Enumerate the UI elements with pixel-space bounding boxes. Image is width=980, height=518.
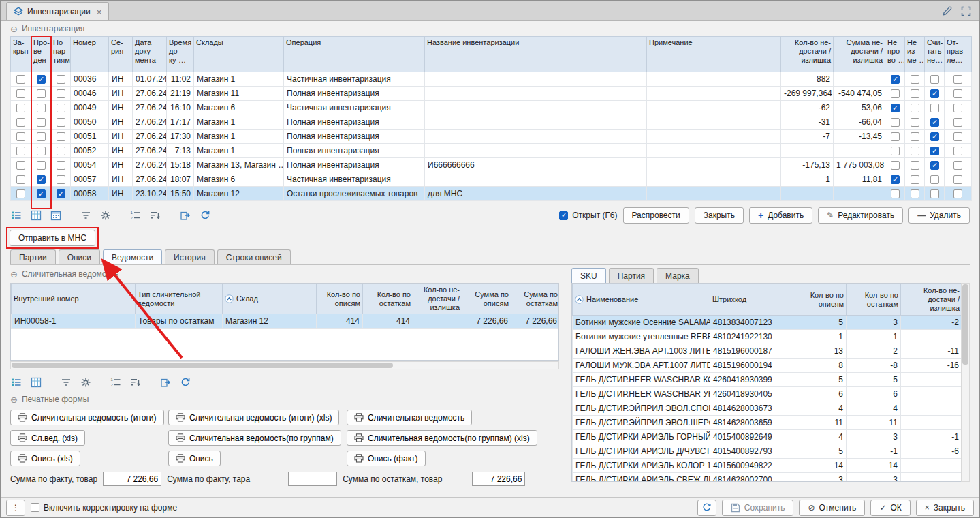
fact-goods-input[interactable] bbox=[103, 472, 161, 486]
list-view-icon[interactable] bbox=[10, 209, 22, 222]
checkbox[interactable] bbox=[930, 175, 939, 184]
sku-row[interactable]: ГЕЛЬ Д/СТИРКИ АРИЭЛЬ ГОРНЫЙ Р…4015400892… bbox=[573, 430, 962, 444]
section-header-print-forms[interactable]: ⊖ Печатные формы bbox=[10, 392, 89, 407]
print-form-button[interactable]: Опись (xls) bbox=[10, 451, 80, 466]
column-header[interactable]: Счи- тать не… bbox=[925, 37, 945, 72]
checkbox[interactable] bbox=[953, 118, 962, 127]
detail-tab-2[interactable]: Ведомости bbox=[103, 249, 162, 264]
sku-row[interactable]: ГЕЛЬ Д/СТИРКИ АРИЭЛЬ СВЕЖ.ЛЕН…4814628002… bbox=[573, 473, 962, 483]
checkbox[interactable] bbox=[911, 118, 919, 127]
sku-row[interactable]: ГЕЛЬ Д/СТИР.ЭЙПРИЛ ЭВОЛ.ШЕРСТ…4814628003… bbox=[573, 416, 962, 430]
column-header[interactable]: Примечание bbox=[647, 37, 781, 72]
checkbox[interactable] bbox=[57, 75, 65, 84]
checkbox[interactable] bbox=[911, 161, 919, 170]
inventory-row[interactable]: 00057ИН27.06.2418:07Магазин 6Частичная и… bbox=[11, 172, 972, 187]
checkbox[interactable] bbox=[37, 175, 46, 184]
inventory-row[interactable]: 00052ИН27.06.247:13Магазин 1Полная инвен… bbox=[11, 144, 972, 158]
sort-icon[interactable] bbox=[129, 376, 142, 388]
column-header[interactable]: Сумма не- достачи / излишка bbox=[834, 37, 885, 72]
sku-tab-1[interactable]: Партия bbox=[609, 268, 654, 283]
checkbox[interactable] bbox=[16, 89, 25, 98]
open-f6-checkbox[interactable]: Открыт (F6) bbox=[559, 211, 617, 220]
close-document-button[interactable]: Закрыть bbox=[695, 207, 744, 224]
checkbox[interactable] bbox=[16, 132, 25, 141]
checkbox[interactable] bbox=[930, 147, 939, 155]
calendar-view-icon[interactable] bbox=[50, 209, 62, 222]
checkbox[interactable] bbox=[891, 175, 900, 184]
print-form-button[interactable]: Сличительная ведомость bbox=[347, 410, 472, 425]
checkbox[interactable] bbox=[57, 189, 65, 198]
horizontal-scrollbar[interactable] bbox=[10, 361, 559, 369]
refresh-button[interactable] bbox=[697, 500, 716, 516]
checkbox[interactable] bbox=[37, 147, 46, 155]
column-header[interactable]: Название инвентаризации bbox=[425, 37, 647, 72]
sku-tab-2[interactable]: Марка bbox=[657, 268, 699, 283]
checkbox[interactable] bbox=[891, 75, 900, 84]
checkbox[interactable] bbox=[37, 161, 46, 170]
detail-tab-1[interactable]: Описи bbox=[59, 249, 100, 264]
column-header[interactable]: Номер bbox=[71, 37, 109, 72]
refresh-icon[interactable] bbox=[199, 209, 211, 222]
cancel-button[interactable]: ⊘Отменить bbox=[799, 500, 865, 516]
checkbox[interactable] bbox=[911, 175, 919, 184]
section-header-inventory[interactable]: ⊖ Инвентаризация bbox=[10, 21, 970, 36]
send-to-mns-button[interactable]: Отправить в МНС bbox=[10, 230, 95, 246]
checkbox[interactable] bbox=[930, 89, 939, 98]
checkbox[interactable] bbox=[37, 104, 46, 112]
checkbox[interactable] bbox=[891, 189, 900, 198]
column-header[interactable]: Не про- во-… bbox=[885, 37, 905, 72]
column-header[interactable]: Сумма по описям bbox=[462, 284, 511, 314]
sku-row[interactable]: ГЕЛЬ Д/СТИРКИ АРИЭЛЬ Д/ЧУВСТВ…4015400892… bbox=[573, 444, 962, 459]
checkbox[interactable] bbox=[16, 75, 25, 84]
checkbox[interactable] bbox=[37, 118, 46, 127]
detail-tab-0[interactable]: Партии bbox=[10, 249, 56, 264]
checkbox[interactable] bbox=[16, 161, 25, 170]
section-header-statement[interactable]: ⊖ Сличительная ведомость bbox=[10, 266, 118, 281]
checkbox[interactable] bbox=[930, 189, 939, 198]
checkbox[interactable] bbox=[37, 189, 46, 198]
checkbox[interactable] bbox=[891, 147, 900, 155]
table-view-icon[interactable] bbox=[30, 376, 42, 388]
column-header[interactable]: По пар- тиям bbox=[51, 37, 71, 72]
print-form-button[interactable]: Сличительная ведомость(по группам) (xls) bbox=[347, 430, 537, 446]
checkbox[interactable] bbox=[57, 132, 65, 141]
unpost-button[interactable]: Распровести bbox=[623, 207, 689, 224]
expand-icon[interactable] bbox=[961, 6, 971, 16]
checkbox[interactable] bbox=[16, 189, 25, 198]
column-header[interactable]: Не из- ме-… bbox=[905, 37, 925, 72]
column-header[interactable]: Тип сличительной ведомости bbox=[136, 284, 223, 314]
inventory-row[interactable]: 00046ИН27.06.2421:19Магазин 11Полная инв… bbox=[11, 87, 972, 101]
sku-row[interactable]: Ботинки мужские Осенние SALAMA…481383400… bbox=[573, 316, 962, 330]
column-header[interactable]: Кол-во не- достачи / излишка bbox=[901, 284, 962, 316]
column-header[interactable]: Дата доку- мента bbox=[133, 37, 167, 72]
checkbox[interactable] bbox=[31, 503, 39, 512]
refresh-icon[interactable] bbox=[179, 376, 191, 388]
checkbox[interactable] bbox=[953, 161, 962, 170]
sku-tab-0[interactable]: SKU bbox=[571, 268, 606, 283]
checkbox[interactable] bbox=[891, 132, 900, 141]
checkbox[interactable] bbox=[930, 104, 939, 112]
delete-button[interactable]: —Удалить bbox=[908, 207, 970, 224]
filter-icon[interactable] bbox=[60, 376, 72, 388]
checkbox[interactable] bbox=[911, 132, 919, 141]
print-form-button[interactable]: Сличительная ведомость (итоги) bbox=[10, 410, 164, 425]
column-header[interactable]: Про- ве- ден bbox=[31, 37, 51, 72]
close-window-button[interactable]: ×Закрыть bbox=[916, 500, 974, 516]
checkbox[interactable] bbox=[911, 89, 919, 98]
column-header[interactable]: За- крыт bbox=[11, 37, 31, 72]
scrollbar-thumb[interactable] bbox=[12, 363, 393, 368]
checkbox[interactable] bbox=[911, 189, 919, 198]
column-header[interactable]: Кол-во по остаткам bbox=[363, 284, 413, 314]
inventory-row[interactable]: 00050ИН27.06.2417:17Магазин 1Полная инве… bbox=[11, 115, 972, 130]
column-header[interactable]: Кол-во не- достачи / излишка bbox=[413, 284, 462, 314]
edit-pencil-icon[interactable] bbox=[942, 5, 953, 16]
scrollbar-thumb[interactable] bbox=[962, 284, 968, 365]
checkbox[interactable] bbox=[57, 147, 65, 155]
list-view-icon[interactable] bbox=[10, 376, 22, 388]
correction-checkbox[interactable]: Включить корректировку на форме bbox=[31, 503, 177, 513]
tab-inventarizacii[interactable]: Инвентаризации × bbox=[6, 2, 109, 20]
menu-button[interactable]: ⋮ bbox=[6, 500, 25, 516]
column-header[interactable]: От- прав- ле… bbox=[945, 37, 972, 72]
settings-icon[interactable] bbox=[80, 376, 92, 388]
column-header[interactable]: Склады bbox=[194, 37, 284, 72]
